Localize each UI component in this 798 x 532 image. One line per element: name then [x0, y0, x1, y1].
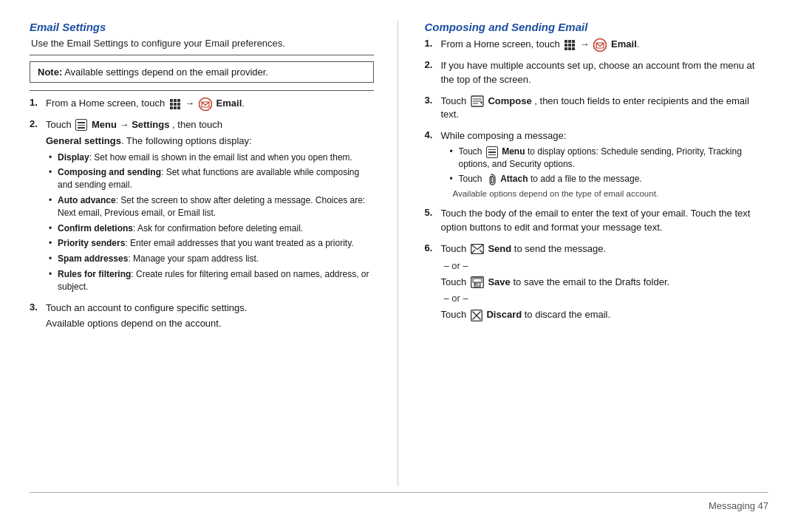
svg-point-9	[199, 98, 211, 110]
left-divider2	[30, 90, 374, 91]
svg-rect-3	[170, 103, 173, 106]
col-right: Composing and Sending Email 1. From a Ho…	[398, 21, 769, 486]
grid-icon	[169, 98, 181, 110]
page: Email Settings Use the Email Settings to…	[0, 0, 798, 532]
svg-rect-11	[565, 40, 567, 43]
right-title: Composing and Sending Email	[425, 21, 769, 33]
svg-line-29	[480, 250, 483, 253]
left-divider	[30, 55, 374, 55]
right-step-2: 2. If you have multiple accounts set up,…	[425, 59, 769, 89]
attach-icon	[486, 174, 497, 185]
svg-rect-8	[177, 106, 180, 109]
left-step-3: 3. Touch an account to configure specifi…	[30, 301, 374, 334]
note-text: Available settings depend on the email p…	[64, 66, 268, 78]
svg-rect-17	[565, 47, 567, 50]
left-bullets: Display: Set how email is shown in the e…	[46, 151, 374, 293]
svg-rect-12	[568, 40, 571, 43]
col-left: Email Settings Use the Email Settings to…	[30, 21, 398, 486]
avail-note: Available options depend on the type of …	[441, 188, 769, 200]
email-circle-icon-right	[593, 38, 607, 52]
send-icon	[471, 244, 484, 254]
compose-icon	[471, 95, 484, 107]
svg-rect-0	[170, 99, 173, 102]
svg-point-20	[594, 38, 607, 51]
step1-text-before: From a Home screen, touch	[46, 98, 168, 109]
svg-rect-6	[170, 106, 173, 109]
note-box: Note: Available settings depend on the e…	[30, 61, 374, 83]
note-label: Note:	[38, 66, 62, 78]
footer: Messaging 47	[30, 492, 768, 511]
left-step-2: 2. Touch Menu → Sett	[30, 118, 374, 296]
menu-icon-right	[486, 146, 498, 158]
or1: – or –	[441, 259, 769, 273]
bullet-spam: Spam addresses: Manage your spam address…	[49, 253, 374, 265]
bullet-display: Display: Set how email is shown in the e…	[49, 151, 374, 164]
svg-rect-15	[568, 44, 571, 47]
save-icon	[471, 276, 484, 288]
right-step-5: 5. Touch the body of the email to enter …	[425, 207, 769, 237]
discard-icon	[471, 310, 482, 321]
bullet-confirm: Confirm deletions: Ask for confirmation …	[49, 222, 374, 235]
svg-rect-14	[565, 44, 567, 47]
menu-icon-left	[75, 119, 87, 131]
svg-rect-19	[572, 47, 575, 50]
bullet-composing: Composing and sending: Set what function…	[49, 166, 374, 191]
step1-arrow1: →	[185, 98, 197, 109]
left-intro: Use the Email Settings to configure your…	[30, 38, 374, 49]
step1-email-label: Email	[216, 98, 242, 109]
right-step-1: 1. From a Home screen, touch	[425, 38, 769, 54]
footer-page: 47	[758, 500, 768, 511]
svg-rect-7	[174, 106, 177, 109]
bullet-rules: Rules for filtering: Create rules for fi…	[49, 268, 374, 293]
or2: – or –	[441, 292, 769, 306]
grid-icon-right	[564, 39, 576, 51]
svg-marker-26	[480, 102, 482, 104]
email-circle-icon	[199, 98, 212, 111]
svg-line-28	[471, 250, 475, 253]
svg-rect-13	[572, 40, 575, 43]
svg-rect-33	[474, 283, 480, 287]
svg-rect-16	[572, 44, 575, 47]
svg-rect-5	[177, 103, 180, 106]
right-step-6: 6. Touch	[425, 242, 769, 324]
svg-rect-2	[177, 99, 180, 102]
left-title: Email Settings	[30, 21, 374, 33]
footer-section: Messaging	[709, 500, 755, 511]
svg-rect-18	[568, 47, 571, 50]
svg-rect-32	[473, 279, 482, 282]
bullet-auto-advance: Auto advance: Set the screen to show aft…	[49, 194, 374, 219]
left-steps: 1. From a Home screen, touch	[30, 97, 374, 333]
bullet-priority: Priority senders: Enter email addresses …	[49, 237, 374, 250]
right-step-3: 3. Touch	[425, 95, 769, 125]
bullet-attach: Touch Attach to add a file to the messag…	[450, 173, 769, 185]
right-step4-bullets: Touch Menu to display options: Schedule …	[441, 146, 769, 185]
columns: Email Settings Use the Email Settings to…	[30, 21, 768, 486]
bullet-menu-right: Touch Menu to display options: Schedule …	[450, 146, 769, 171]
right-steps: 1. From a Home screen, touch	[425, 38, 769, 324]
left-step-1: 1. From a Home screen, touch	[30, 97, 374, 113]
svg-rect-1	[174, 99, 177, 102]
right-step-4: 4. While composing a message: Touch	[425, 129, 769, 202]
svg-rect-4	[174, 103, 177, 106]
